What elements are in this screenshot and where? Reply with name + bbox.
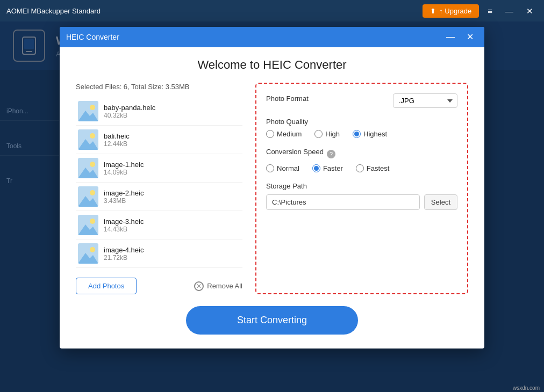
storage-path-input[interactable] [266, 194, 420, 210]
file-thumbnail [78, 158, 98, 178]
quality-high-radio[interactable] [314, 130, 323, 138]
file-size: 12.44kB [104, 140, 130, 148]
svg-point-5 [90, 105, 95, 110]
file-size: 21.72kB [104, 254, 144, 262]
dialog-body: Selected Files: 6, Total Size: 3.53MB ba… [76, 83, 468, 294]
list-item: baby-panda.heic 40.32kB [76, 97, 242, 126]
list-item: image-1.heic 14.09kB [76, 154, 242, 183]
file-name: image-1.heic [104, 161, 144, 169]
list-item: image-3.heic 14.43kB [76, 211, 242, 239]
file-size: 14.09kB [104, 169, 144, 176]
conversion-speed-label: Conversion Speed [266, 148, 324, 156]
speed-fastest-option[interactable]: Fastest [356, 164, 390, 172]
dialog-minimize-button[interactable]: — [442, 32, 459, 42]
file-name: image-2.heic [104, 189, 144, 197]
list-item: image-4.heic 21.72kB [76, 239, 242, 268]
photo-quality-group: Medium High Highest [266, 130, 457, 138]
speed-normal-radio[interactable] [266, 164, 274, 172]
file-thumbnail [78, 101, 98, 121]
quality-high-option[interactable]: High [314, 130, 340, 138]
title-bar: AOMEI MBackupper Standard ⬆ ↑ Upgrade ≡ … [0, 0, 544, 21]
speed-faster-option[interactable]: Faster [312, 164, 343, 172]
photo-quality-label: Photo Quality [266, 118, 457, 126]
start-btn-wrapper: Start Converting [76, 306, 468, 335]
svg-point-11 [90, 162, 95, 167]
list-item: bali.heic 12.44kB [76, 126, 242, 154]
remove-all-button[interactable]: ✕ Remove All [194, 281, 242, 291]
start-converting-button[interactable]: Start Converting [186, 306, 358, 335]
dialog-content: Welcome to HEIC Converter Selected Files… [60, 47, 484, 349]
dialog-title-bar: HEIC Converter — ✕ [60, 27, 484, 47]
file-name: bali.heic [104, 132, 130, 140]
speed-fastest-radio[interactable] [356, 164, 364, 172]
file-name: image-3.heic [104, 217, 144, 226]
speed-faster-radio[interactable] [312, 164, 320, 172]
quality-medium-option[interactable]: Medium [266, 130, 302, 138]
file-list-actions: Add Photos ✕ Remove All [76, 278, 242, 294]
dialog-title: HEIC Converter [66, 33, 119, 41]
photo-format-label: Photo Format [266, 95, 309, 103]
upgrade-button[interactable]: ⬆ ↑ Upgrade [423, 4, 479, 18]
file-size: 3.43MB [104, 197, 144, 205]
photo-format-select[interactable]: .JPG .PNG [393, 93, 457, 108]
file-thumbnail [78, 186, 98, 207]
file-size: 40.32kB [104, 112, 155, 119]
svg-point-14 [90, 190, 95, 195]
file-list-section: Selected Files: 6, Total Size: 3.53MB ba… [76, 83, 242, 294]
list-item: image-2.heic 3.43MB [76, 183, 242, 211]
storage-path-label: Storage Path [266, 182, 457, 190]
file-name: baby-panda.heic [104, 104, 155, 112]
quality-medium-radio[interactable] [266, 130, 274, 138]
minimize-button[interactable]: — [501, 5, 518, 17]
photo-format-row: Photo Format .JPG .PNG [266, 93, 457, 108]
conversion-speed-row: Conversion Speed ? Normal Faster [266, 148, 457, 172]
file-count-info: Selected Files: 6, Total Size: 3.53MB [76, 83, 242, 91]
watermark: wsxdn.com [513, 385, 540, 391]
dialog-overlay: HEIC Converter — ✕ Welcome to HEIC Conve… [0, 21, 544, 392]
storage-path-row: Storage Path Select [266, 182, 457, 210]
photo-quality-row: Photo Quality Medium High [266, 118, 457, 138]
file-list: baby-panda.heic 40.32kB bali.heic 12.44k… [76, 97, 242, 268]
file-thumbnail [78, 215, 98, 235]
remove-all-icon: ✕ [194, 281, 204, 291]
settings-section: Photo Format .JPG .PNG Photo Quality [255, 83, 468, 294]
quality-highest-option[interactable]: Highest [353, 130, 387, 138]
svg-point-17 [90, 219, 95, 224]
heic-converter-dialog: HEIC Converter — ✕ Welcome to HEIC Conve… [60, 27, 484, 349]
file-thumbnail [78, 243, 98, 264]
speed-group: Normal Faster Fastest [266, 164, 457, 172]
file-thumbnail [78, 129, 98, 150]
speed-normal-option[interactable]: Normal [266, 164, 299, 172]
select-path-button[interactable]: Select [424, 194, 457, 210]
dialog-main-title: Welcome to HEIC Converter [76, 58, 468, 72]
app-name: AOMEI MBackupper Standard [6, 7, 101, 15]
quality-highest-radio[interactable] [353, 130, 361, 138]
upgrade-icon: ⬆ [430, 7, 436, 15]
close-button[interactable]: ✕ [522, 5, 538, 17]
svg-point-20 [90, 247, 95, 252]
add-photos-button[interactable]: Add Photos [76, 278, 137, 294]
menu-button[interactable]: ≡ [483, 5, 497, 17]
svg-point-8 [90, 133, 95, 139]
dialog-close-button[interactable]: ✕ [462, 32, 478, 42]
file-name: image-4.heic [104, 246, 144, 254]
help-icon[interactable]: ? [327, 150, 335, 158]
file-size: 14.43kB [104, 226, 144, 233]
